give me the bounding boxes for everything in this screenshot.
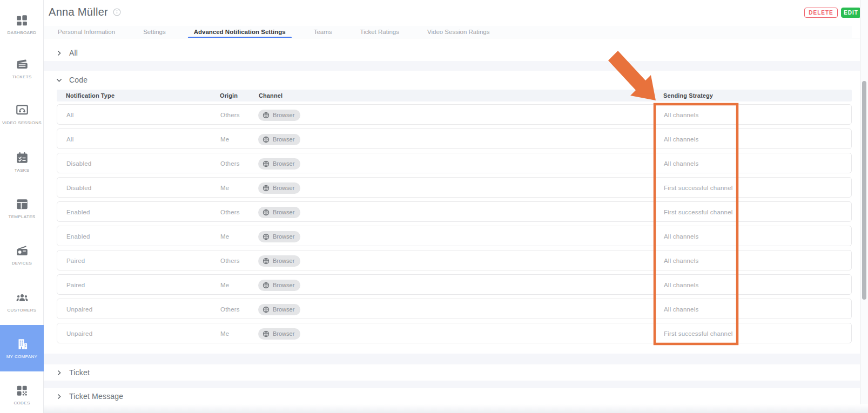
dashboard-icon — [15, 13, 29, 27]
cell-origin: Me — [220, 226, 229, 247]
cell-sending-strategy: First successful channel — [664, 202, 733, 222]
channel-badge: Browser — [258, 182, 300, 194]
tab-label: Personal Information — [58, 29, 115, 35]
cell-sending-strategy: All channels — [664, 275, 698, 295]
templates-icon — [15, 197, 29, 211]
tab-advanced-notification-settings[interactable]: Advanced Notification Settings — [188, 26, 292, 38]
tab-settings[interactable]: Settings — [137, 26, 172, 38]
sidebar-item-my-company[interactable]: MY COMPANY — [0, 325, 44, 371]
table-row[interactable]: UnpairedMeBrowserFirst successful channe… — [57, 323, 852, 343]
sidebar-item-label: DASHBOARD — [8, 31, 37, 36]
cell-notification-type: Disabled — [66, 178, 91, 198]
section-code[interactable]: Code — [44, 71, 860, 89]
sidebar-item-customers[interactable]: CUSTOMERS — [0, 290, 44, 313]
sidebar-item-devices[interactable]: DEVICES — [0, 243, 44, 266]
cell-notification-type: Unpaired — [66, 323, 92, 344]
table-row[interactable]: PairedMeBrowserAll channels — [57, 274, 852, 295]
devices-icon — [15, 243, 29, 258]
cell-origin: Me — [220, 178, 229, 198]
cell-origin: Me — [220, 275, 229, 295]
scrollbar-thumb[interactable] — [862, 81, 866, 300]
cell-origin: Others — [220, 250, 240, 271]
cell-notification-type: Enabled — [66, 202, 90, 222]
delete-button[interactable]: DELETE — [804, 8, 838, 18]
cell-sending-strategy: All channels — [664, 105, 698, 125]
channel-badge-label: Browser — [273, 306, 294, 313]
tab-bar: Personal InformationSettingsAdvanced Not… — [52, 26, 495, 38]
tasks-icon — [15, 151, 29, 165]
table-row[interactable]: EnabledMeBrowserAll channels — [57, 226, 852, 246]
tab-label: Ticket Ratings — [360, 29, 399, 35]
channel-badge: Browser — [258, 207, 300, 218]
edit-button[interactable]: EDIT — [841, 8, 861, 18]
my-company-icon — [15, 337, 29, 351]
globe-icon — [263, 306, 270, 313]
sidebar-item-tasks[interactable]: TASKS — [0, 151, 44, 173]
channel-badge-label: Browser — [273, 282, 294, 288]
tab-ticket-ratings[interactable]: Ticket Ratings — [354, 26, 405, 38]
sidebar: DASHBOARDTICKETSVIDEO SESSIONSTASKSTEMPL… — [0, 0, 44, 413]
globe-icon — [263, 136, 270, 143]
globe-icon — [263, 330, 270, 337]
column-header: Channel — [259, 90, 282, 101]
tickets-icon — [15, 57, 29, 71]
channel-badge: Browser — [258, 134, 300, 145]
cell-origin: Others — [220, 202, 240, 222]
channel-badge: Browser — [258, 110, 300, 121]
cell-notification-type: Enabled — [66, 226, 90, 247]
tab-video-session-ratings[interactable]: Video Session Ratings — [421, 26, 496, 38]
sidebar-item-label: VIDEO SESSIONS — [2, 121, 42, 126]
section-divider — [44, 354, 860, 364]
cell-notification-type: All — [66, 105, 73, 125]
cell-notification-type: Disabled — [66, 153, 91, 174]
chevron-right-icon — [56, 369, 62, 376]
cell-notification-type: Paired — [66, 250, 85, 271]
cell-notification-type: Paired — [66, 275, 85, 295]
sidebar-item-label: TASKS — [15, 168, 29, 173]
table-row[interactable]: AllMeBrowserAll channels — [57, 128, 852, 149]
section-divider — [44, 381, 860, 388]
tab-personal-information[interactable]: Personal Information — [52, 26, 121, 38]
section-label: Ticket Message — [69, 392, 123, 401]
section-ticket-message[interactable]: Ticket Message — [44, 388, 860, 404]
sidebar-item-templates[interactable]: TEMPLATES — [0, 197, 44, 220]
channel-badge-label: Browser — [273, 185, 294, 191]
globe-icon — [263, 185, 270, 192]
channel-badge-label: Browser — [273, 112, 294, 118]
cell-sending-strategy: All channels — [664, 226, 698, 247]
cell-sending-strategy: All channels — [664, 153, 698, 174]
cell-sending-strategy: First successful channel — [664, 323, 733, 344]
section-divider — [44, 61, 860, 71]
channel-badge: Browser — [258, 255, 300, 267]
cell-origin: Others — [220, 153, 240, 174]
bottom-edge — [0, 404, 868, 413]
page-title: Anna Müller — [49, 6, 121, 18]
channel-badge: Browser — [258, 328, 300, 340]
section-all[interactable]: All — [44, 45, 860, 61]
cell-sending-strategy: All channels — [664, 250, 698, 271]
cell-origin: Me — [220, 323, 229, 344]
tab-label: Teams — [314, 29, 332, 35]
tab-teams[interactable]: Teams — [308, 26, 338, 38]
channel-badge: Browser — [258, 304, 300, 315]
tabs-divider — [44, 38, 860, 38]
table-row[interactable]: DisabledOthersBrowserAll channels — [57, 153, 852, 173]
section-ticket[interactable]: Ticket — [44, 364, 860, 381]
sidebar-item-tickets[interactable]: TICKETS — [0, 57, 44, 80]
info-icon[interactable] — [113, 8, 121, 16]
video-sessions-icon — [15, 103, 29, 117]
sidebar-item-codes[interactable]: CODES — [0, 383, 44, 406]
table-row[interactable]: EnabledOthersBrowserFirst successful cha… — [57, 201, 852, 222]
sidebar-item-label: CODES — [14, 401, 30, 406]
sidebar-item-dashboard[interactable]: DASHBOARD — [0, 13, 44, 36]
globe-icon — [263, 258, 270, 265]
table-row[interactable]: UnpairedOthersBrowserAll channels — [57, 299, 852, 319]
cell-notification-type: Unpaired — [66, 299, 92, 320]
table-row[interactable]: AllOthersBrowserAll channels — [57, 104, 852, 125]
sidebar-item-label: CUSTOMERS — [7, 308, 36, 313]
sidebar-item-video-sessions[interactable]: VIDEO SESSIONS — [0, 103, 44, 126]
cell-sending-strategy: All channels — [664, 129, 698, 150]
table-row[interactable]: PairedOthersBrowserAll channels — [57, 250, 852, 270]
column-header: Notification Type — [66, 90, 115, 101]
table-row[interactable]: DisabledMeBrowserFirst successful channe… — [57, 177, 852, 198]
